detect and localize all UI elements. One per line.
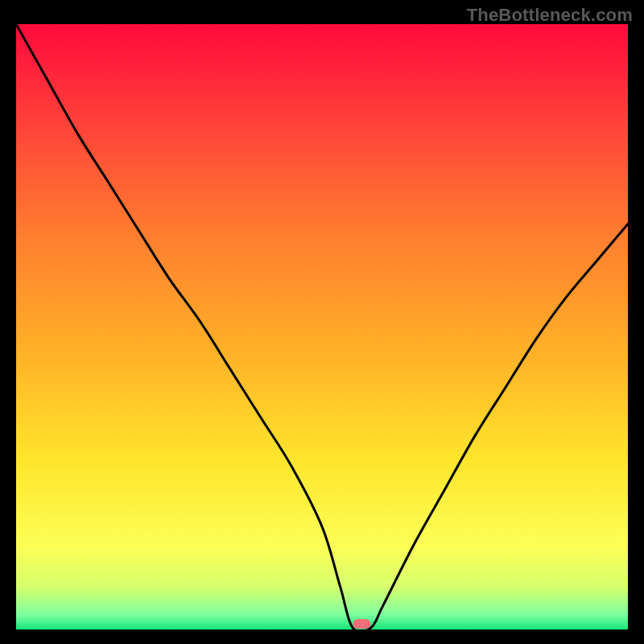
chart-plot-area [16,24,628,630]
chart-svg [16,24,628,630]
watermark-text: TheBottleneck.com [467,5,633,26]
optimal-marker [353,619,370,629]
chart-frame: TheBottleneck.com [0,0,644,644]
chart-gradient-bg [16,24,628,630]
